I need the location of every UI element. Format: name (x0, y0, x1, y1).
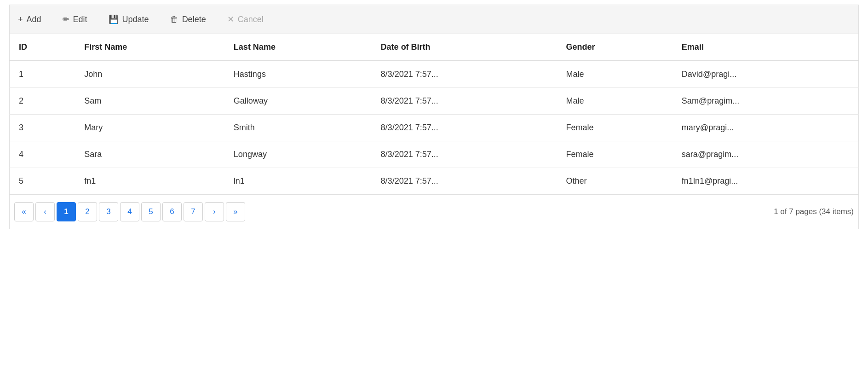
col-header-dob: Date of Birth (372, 34, 557, 61)
cell-lastName: Longway (224, 141, 372, 168)
cell-id: 1 (10, 61, 75, 88)
page-1-button[interactable]: 1 (57, 202, 76, 221)
cell-id: 3 (10, 115, 75, 141)
add-label: Add (27, 15, 41, 24)
cell-email: sara@pragim... (673, 141, 859, 168)
page-3-button[interactable]: 3 (99, 202, 118, 221)
edit-label: Edit (73, 15, 87, 24)
edit-button[interactable]: ✏ Edit (59, 12, 91, 26)
pagination-bar: « ‹ 1 2 3 4 5 6 7 › » 1 of 7 pages (34 i… (9, 195, 859, 229)
cell-email: Sam@pragim... (673, 88, 859, 115)
cell-email: fn1ln1@pragi... (673, 168, 859, 195)
toolbar: + Add ✏ Edit 💾 Update 🗑 Delete ✕ Cancel (9, 5, 859, 34)
page-4-button[interactable]: 4 (120, 202, 139, 221)
cell-gender: Other (557, 168, 672, 195)
col-header-id: ID (10, 34, 75, 61)
col-header-firstname: First Name (75, 34, 224, 61)
pagination: « ‹ 1 2 3 4 5 6 7 › » (14, 202, 245, 221)
page-7-button[interactable]: 7 (184, 202, 203, 221)
page-prev-button[interactable]: ‹ (35, 202, 55, 221)
cell-email: mary@pragi... (673, 115, 859, 141)
table-row[interactable]: 4SaraLongway8/3/2021 7:57...Femalesara@p… (10, 141, 859, 168)
cell-dob: 8/3/2021 7:57... (372, 88, 557, 115)
cell-id: 2 (10, 88, 75, 115)
main-container: + Add ✏ Edit 💾 Update 🗑 Delete ✕ Cancel … (0, 0, 868, 234)
cell-id: 5 (10, 168, 75, 195)
update-button[interactable]: 💾 Update (105, 12, 153, 26)
edit-icon: ✏ (63, 14, 69, 24)
pagination-info: 1 of 7 pages (34 items) (774, 207, 854, 216)
cell-firstName: Sara (75, 141, 224, 168)
cell-lastName: Galloway (224, 88, 372, 115)
table-header-row: ID First Name Last Name Date of Birth Ge… (10, 34, 859, 61)
cancel-label: Cancel (238, 15, 264, 24)
cell-gender: Male (557, 88, 672, 115)
col-header-lastname: Last Name (224, 34, 372, 61)
cancel-button[interactable]: ✕ Cancel (224, 12, 267, 26)
cell-dob: 8/3/2021 7:57... (372, 141, 557, 168)
cell-dob: 8/3/2021 7:57... (372, 115, 557, 141)
cancel-icon: ✕ (227, 14, 234, 24)
delete-icon: 🗑 (170, 15, 178, 24)
delete-button[interactable]: 🗑 Delete (167, 13, 210, 26)
add-icon: + (18, 15, 23, 24)
page-first-button[interactable]: « (14, 202, 34, 221)
delete-label: Delete (182, 15, 206, 24)
cell-dob: 8/3/2021 7:57... (372, 168, 557, 195)
table-row[interactable]: 1JohnHastings8/3/2021 7:57...MaleDavid@p… (10, 61, 859, 88)
cell-dob: 8/3/2021 7:57... (372, 61, 557, 88)
cell-firstName: fn1 (75, 168, 224, 195)
cell-id: 4 (10, 141, 75, 168)
col-header-email: Email (673, 34, 859, 61)
cell-email: David@pragi... (673, 61, 859, 88)
page-6-button[interactable]: 6 (162, 202, 182, 221)
cell-gender: Male (557, 61, 672, 88)
cell-firstName: John (75, 61, 224, 88)
add-button[interactable]: + Add (14, 13, 45, 26)
col-header-gender: Gender (557, 34, 672, 61)
page-2-button[interactable]: 2 (78, 202, 97, 221)
cell-firstName: Sam (75, 88, 224, 115)
page-last-button[interactable]: » (226, 202, 245, 221)
table-row[interactable]: 3MarySmith8/3/2021 7:57...Femalemary@pra… (10, 115, 859, 141)
cell-firstName: Mary (75, 115, 224, 141)
data-table: ID First Name Last Name Date of Birth Ge… (9, 34, 859, 195)
table-row[interactable]: 5fn1ln18/3/2021 7:57...Otherfn1ln1@pragi… (10, 168, 859, 195)
cell-lastName: Hastings (224, 61, 372, 88)
table-row[interactable]: 2SamGalloway8/3/2021 7:57...MaleSam@prag… (10, 88, 859, 115)
cell-gender: Female (557, 115, 672, 141)
update-icon: 💾 (109, 14, 119, 24)
page-5-button[interactable]: 5 (141, 202, 161, 221)
cell-lastName: Smith (224, 115, 372, 141)
cell-lastName: ln1 (224, 168, 372, 195)
cell-gender: Female (557, 141, 672, 168)
update-label: Update (122, 15, 149, 24)
page-next-button[interactable]: › (205, 202, 224, 221)
